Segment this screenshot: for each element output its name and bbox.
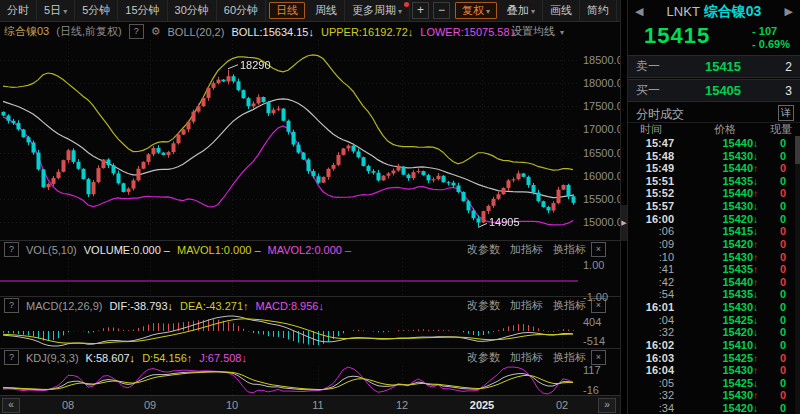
arrow-down-icon: ↓ [753,340,758,351]
arrow-down-icon: ↓ [753,214,758,225]
indicator-link-1[interactable]: 加指标 [510,350,543,365]
tape-volume: 0 [780,377,786,390]
tape-price: 15430↓ [686,150,758,163]
label: 15分钟 [125,4,159,16]
tape-scrollbar-thumb[interactable] [795,136,800,164]
indicator-link-0[interactable]: 改参数 [467,242,500,257]
indicator-axis-label: -1.00 [583,291,608,303]
indicator-link-2[interactable]: 换指标 [553,350,586,365]
exchange-code: LNKT [667,4,700,19]
gear-icon[interactable]: ⚙ [151,25,161,38]
tape-row: :1015430↑0 [628,251,794,264]
tape-volume: 0 [780,364,786,377]
indicator-link-1[interactable]: 加指标 [510,242,543,257]
simple-mode-button[interactable]: 简约 [580,0,617,21]
help-icon[interactable]: ? [4,242,19,257]
chevron-down-icon: ▾ [531,7,535,16]
indicator-link-1[interactable]: 加指标 [510,298,543,313]
tape-volume: 0 [780,402,786,414]
period-tabs: 分时5日▾5分钟15分钟30分钟60分钟日线周线更多周期▾ [0,0,410,22]
tab-5min[interactable]: 5分钟 [75,0,118,21]
label: 5分钟 [82,4,110,16]
tape-row: 15:4815430↓0 [628,150,794,163]
indicator-link-2[interactable]: 换指标 [553,298,586,313]
help-icon[interactable]: ? [4,298,19,313]
tab-more-periods[interactable]: 更多周期▾ [345,0,410,22]
indicator-axis-label: -514 [583,335,605,347]
scroll-left-button[interactable]: « [2,398,20,413]
indicator-link-0[interactable]: 改参数 [467,298,500,313]
indicator-link-0[interactable]: 改参数 [467,350,500,365]
tape-row: :4115435↑0 [628,263,794,276]
panel-collapse-handle[interactable]: ▶ [621,205,627,241]
tab-weekly[interactable]: 周线 [308,0,345,21]
volume-canvas[interactable] [0,258,578,296]
prev-symbol-button[interactable]: ◀ [635,5,643,18]
col-time: 时间 [640,122,662,137]
change-value: - 107 [752,25,790,38]
arrow-up-icon: ↑ [753,163,758,174]
mode-label: (日线,前复权) [56,24,121,39]
month-label: 08 [62,399,74,411]
adjust-price-button[interactable]: 复权▾ [455,2,497,19]
tape-price: 15430↓ [686,301,758,314]
help-icon[interactable]: ? [129,24,144,39]
next-symbol-button[interactable]: ▶ [785,5,793,18]
tab-time-share[interactable]: 分时 [0,0,37,21]
tab-5day[interactable]: 5日▾ [37,0,75,22]
change-percent: - 0.69% [752,38,790,51]
ma-settings-label: 设置均线 [511,25,555,37]
vol-param: VOL(5,10) [26,244,77,256]
tape-time: 16:04 [634,364,674,377]
tab-daily[interactable]: 日线 [269,2,305,19]
help-icon[interactable]: ? [4,350,19,365]
tape-time: :10 [634,251,674,264]
arrow-up-icon: ↑ [753,239,758,250]
tape-detail-button[interactable]: 详 [778,105,794,121]
ma-settings-button[interactable]: 设置均线 ▾ [511,24,564,39]
zoom-out-button[interactable]: − [433,2,450,19]
price-axis-label: 18000.0 [583,77,623,89]
zoom-in-button[interactable]: + [412,2,429,19]
volume-value: VOLUME:0.000 – [84,244,170,256]
date-axis: « » 0809101112202502 [0,395,628,414]
tape-row: 15:5115435↓0 [628,175,794,188]
quote-panel: ◀ LNKT综合镍03 ▶ 15415 - 107 - 0.69% 卖一 154… [628,0,800,414]
tab-60min[interactable]: 60分钟 [217,0,266,21]
tape-time: :54 [634,288,674,301]
tape-time: 16:01 [634,301,674,314]
tape-volume: 0 [780,137,786,150]
tape-price: 15440↑ [686,187,758,200]
price-axis-label: 17500.0 [583,100,623,112]
symbol-title: LNKT综合镍03 [667,2,762,21]
kdj-canvas[interactable] [0,366,578,395]
tape-row: 15:5715430↓0 [628,200,794,213]
macd-canvas[interactable] [0,314,578,348]
period-toolbar: 分时5日▾5分钟15分钟30分钟60分钟日线周线更多周期▾ +−复权▾叠加▾画线… [0,0,628,22]
overlay-button[interactable]: 叠加▾ [500,0,543,22]
ask-volume: 2 [774,60,792,74]
indicator-link-2[interactable]: 换指标 [553,242,586,257]
tab-15min[interactable]: 15分钟 [118,0,167,21]
tab-30min[interactable]: 30分钟 [168,0,217,21]
tape-columns: 时间 价格 现量 [628,122,800,136]
j-value: J:67.508↓ [199,352,247,364]
tape-row: 16:0415430↑0 [628,364,794,377]
price-axis-label: 15000.0 [583,216,623,228]
scroll-right-button[interactable]: » [598,398,616,413]
arrow-up-icon: ↑ [753,277,758,288]
tape-row: :5415435↓0 [628,288,794,301]
arrow-down-icon: ↓ [753,327,758,338]
tape-time: 15:51 [634,175,674,188]
draw-line-button[interactable]: 画线 [543,0,580,21]
last-price: 15415 [644,23,710,49]
arrow-down-icon: ↓ [753,378,758,389]
close-icon[interactable]: × [591,350,606,365]
close-icon[interactable]: × [591,242,606,257]
tape-row: :3215430↑0 [628,389,794,402]
main-chart-canvas[interactable] [0,40,578,240]
tape-price: 15430↑ [686,364,758,377]
tape-volume: 0 [780,339,786,352]
trading-app-window: 分时5日▾5分钟15分钟30分钟60分钟日线周线更多周期▾ +−复权▾叠加▾画线… [0,0,800,414]
ask-price: 15415 [672,59,774,74]
